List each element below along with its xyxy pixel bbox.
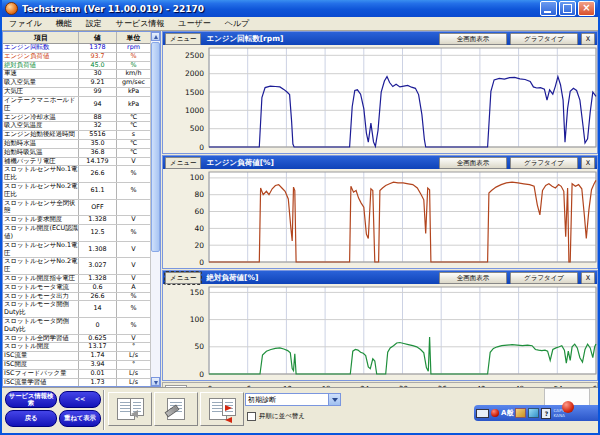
graph-type-button[interactable]: グラフタイプ	[510, 33, 578, 45]
table-row[interactable]: スロットル開度(ECU認識値)12.5%	[3, 225, 150, 242]
table-cell-val: 32	[79, 122, 117, 130]
techstream-window: Techstream (Ver 11.00.019) - 22170 × ファイ…	[0, 0, 600, 435]
table-row[interactable]: 吸入空気量9.21gm/sec	[3, 79, 150, 88]
table-scrollbar[interactable]	[150, 32, 160, 386]
table-row[interactable]: インテークマニホールド圧94kPa	[3, 97, 150, 114]
table-row[interactable]: エンジン負荷値93.7%	[3, 53, 150, 62]
sort-ascending-checkbox[interactable]	[247, 412, 256, 421]
graph-type-button[interactable]: グラフタイプ	[510, 157, 578, 169]
ime-tools-icon[interactable]	[515, 408, 526, 418]
sort-swap-button[interactable]	[200, 392, 244, 426]
table-row[interactable]: 始動時吸気温36.8℃	[3, 149, 150, 158]
table-row[interactable]: 絶対負荷値45.0%	[3, 62, 150, 71]
table-cell-val: 45.0	[79, 62, 117, 70]
close-button[interactable]: ×	[578, 1, 595, 16]
compare-data-lists-button[interactable]	[108, 392, 152, 426]
navigation-buttons: サービス情報検索 << 戻る 重ねて表示	[5, 391, 101, 427]
ime-toolbar[interactable]: A般 ? CAPS KANA	[474, 405, 598, 421]
table-row[interactable]: 補機バッテリ電圧14.179V	[3, 158, 150, 167]
chart-close-button[interactable]: X	[581, 157, 595, 169]
scrollbar-up-icon[interactable]	[151, 32, 160, 41]
table-row[interactable]: ISCフィードバック量0.01L/s	[3, 370, 150, 379]
table-cell-val: 0.01	[79, 370, 117, 378]
ime-mode-indicator[interactable]: A般	[501, 408, 513, 418]
svg-text:60: 60	[194, 207, 204, 216]
table-row[interactable]: 大気圧99kPa	[3, 88, 150, 97]
svg-text:20: 20	[194, 241, 204, 250]
fullscreen-button[interactable]: 全画面表示	[439, 157, 507, 169]
table-cell-item: 始動時吸気温	[3, 149, 79, 157]
table-row[interactable]: 吸入空気温度32℃	[3, 122, 150, 131]
chart-close-button[interactable]: X	[581, 272, 595, 284]
maximize-button[interactable]	[559, 1, 576, 16]
menu-item[interactable]: サービス情報	[109, 18, 172, 29]
menu-item[interactable]: ファイル	[2, 18, 49, 29]
table-row[interactable]: スロットルモータ閉側Duty比0%	[3, 318, 150, 335]
chart-menu-button[interactable]: メニュー	[165, 272, 201, 284]
table-cell-item: スロットルモータ電流	[3, 284, 79, 292]
table-row[interactable]: エンジン冷却水温88℃	[3, 114, 150, 123]
ime-pad-icon[interactable]	[528, 408, 539, 418]
scrollbar-track[interactable]	[151, 253, 160, 377]
table-header-unit: 単位	[117, 32, 150, 43]
title-bar: Techstream (Ver 11.00.019) - 22170 ×	[2, 0, 598, 17]
chevron-down-icon[interactable]	[328, 394, 340, 405]
table-cell-val: 93.7	[79, 53, 117, 61]
table-row[interactable]: スロットルモータ出力26.6%	[3, 293, 150, 302]
fullscreen-button[interactable]: 全画面表示	[439, 33, 507, 45]
record-data-button[interactable]	[154, 392, 198, 426]
ime-pen-icon[interactable]	[491, 409, 499, 417]
table-row[interactable]: スロットル開度指令電圧1.328V	[3, 275, 150, 284]
table-cell-val: 14.179	[79, 158, 117, 166]
graph-type-button[interactable]: グラフタイプ	[510, 272, 578, 284]
table-row[interactable]: スロットルセンサ全閉状態OFF	[3, 200, 150, 217]
help-icon[interactable]: ?	[541, 408, 551, 419]
absolute-load-chart: 050100150	[163, 284, 598, 377]
table-row[interactable]: スロットル全閉学習値0.625V	[3, 335, 150, 344]
table-row[interactable]: スロットル要求開度1.328V	[3, 216, 150, 225]
table-row[interactable]: スロットルモータ開側Duty比14%	[3, 301, 150, 318]
table-row[interactable]: スロットルモータ電流0.6A	[3, 284, 150, 293]
table-row[interactable]: ISC流量学習値1.73L/s	[3, 379, 150, 386]
svg-text:80: 80	[194, 190, 204, 199]
table-cell-item: ISCフィードバック量	[3, 370, 79, 378]
fullscreen-button[interactable]: 全画面表示	[439, 272, 507, 284]
return-button[interactable]: 戻る	[5, 410, 57, 427]
chart-close-button[interactable]: X	[581, 33, 595, 45]
document-pen-icon	[167, 398, 185, 420]
menu-item[interactable]: ヘルプ	[218, 18, 257, 29]
chart-menu-button[interactable]: メニュー	[165, 33, 201, 45]
svg-text:100: 100	[190, 315, 205, 324]
keyboard-icon[interactable]	[476, 409, 489, 418]
table-row[interactable]: エンジン始動後経過時間5516s	[3, 131, 150, 140]
table-cell-unit: kPa	[117, 97, 150, 113]
table-row[interactable]: スロットルセンサNo.1電圧比26.6%	[3, 166, 150, 183]
table-row[interactable]: ISC流量1.74L/s	[3, 352, 150, 361]
scrollbar-down-icon[interactable]	[151, 377, 160, 386]
table-row[interactable]: 始動時水温35.0℃	[3, 140, 150, 149]
minimize-button[interactable]	[540, 1, 557, 16]
table-cell-unit: L/s	[117, 352, 150, 360]
table-row[interactable]: スロットル開度13.17°	[3, 343, 150, 352]
table-row[interactable]: ISC開度3.94°	[3, 361, 150, 370]
table-row[interactable]: エンジン回転数1378rpm	[3, 44, 150, 53]
service-info-search-button[interactable]: サービス情報検索	[5, 391, 57, 408]
table-row[interactable]: 車速30km/h	[3, 70, 150, 79]
table-cell-val: 0.625	[79, 335, 117, 343]
chart-menu-button[interactable]: メニュー	[165, 157, 201, 169]
menu-item[interactable]: 設定	[79, 18, 109, 29]
overlay-display-button[interactable]: 重ねて表示	[59, 410, 101, 427]
back-pages-button[interactable]: <<	[59, 391, 101, 408]
table-row[interactable]: スロットルセンサNo.2電圧3.027V	[3, 258, 150, 275]
menu-item[interactable]: ユーザー	[171, 18, 217, 29]
diagnosis-mode-select[interactable]: 初期診断	[245, 393, 341, 406]
sort-ascending-option[interactable]: 昇順に並べ替え	[247, 412, 305, 421]
menu-item[interactable]: 機能	[49, 18, 79, 29]
svg-text:1500: 1500	[185, 88, 204, 97]
table-row[interactable]: スロットルセンサNo.2電圧比61.1%	[3, 183, 150, 200]
table-cell-val: 36.8	[79, 149, 117, 157]
table-row[interactable]: スロットルセンサNo.1電圧1.308V	[3, 242, 150, 259]
table-cell-unit: A	[117, 284, 150, 292]
svg-text:0: 0	[199, 258, 204, 266]
scrollbar-thumb[interactable]	[151, 42, 160, 252]
